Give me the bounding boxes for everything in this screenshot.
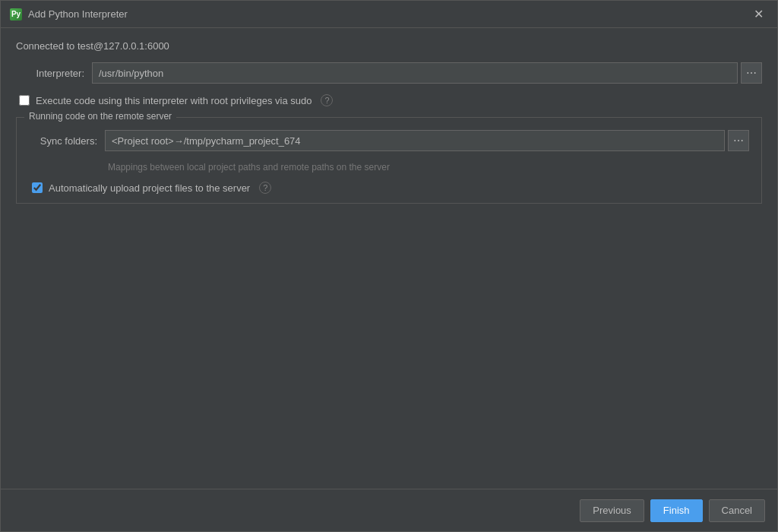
sudo-label: Execute code using this interpreter with… [36, 95, 312, 106]
sync-folders-label: Sync folders: [29, 135, 97, 147]
dialog-icon: Py [10, 8, 22, 21]
auto-upload-help-icon[interactable]: ? [259, 182, 271, 194]
auto-upload-checkbox[interactable] [32, 182, 43, 193]
close-button[interactable]: ✕ [749, 7, 768, 22]
section-content: Sync folders: ⋯ Mappings between local p… [29, 130, 749, 194]
auto-upload-label: Automatically upload project files to th… [49, 182, 250, 194]
sync-folders-input-container: ⋯ [105, 130, 749, 151]
dialog-title: Add Python Interpreter [28, 8, 128, 20]
folder-icon: ⋯ [746, 67, 757, 79]
dialog-footer: Previous Finish Cancel [1, 489, 777, 531]
title-bar: Py Add Python Interpreter ✕ [1, 1, 777, 28]
interpreter-input-container: ⋯ [92, 62, 762, 84]
mappings-hint: Mappings between local project paths and… [29, 162, 749, 173]
sync-folders-row: Sync folders: ⋯ [29, 130, 749, 151]
sync-folders-input[interactable] [105, 130, 725, 151]
dialog-content: Connected to test@127.0.0.1:6000 Interpr… [1, 28, 777, 489]
interpreter-label: Interpreter: [16, 68, 84, 79]
sudo-checkbox-row: Execute code using this interpreter with… [16, 94, 762, 106]
auto-upload-checkbox-row: Automatically upload project files to th… [29, 182, 749, 194]
add-python-interpreter-dialog: Py Add Python Interpreter ✕ Connected to… [0, 0, 778, 532]
sync-folder-icon: ⋯ [733, 135, 744, 147]
interpreter-field-row: Interpreter: ⋯ [16, 62, 762, 84]
previous-button[interactable]: Previous [580, 499, 644, 522]
remote-section-title: Running code on the remote server [24, 111, 176, 122]
sync-folders-browse-button[interactable]: ⋯ [728, 130, 749, 151]
interpreter-input[interactable] [92, 62, 738, 84]
interpreter-browse-button[interactable]: ⋯ [741, 62, 762, 84]
remote-section: Running code on the remote server Sync f… [16, 117, 762, 204]
connection-info: Connected to test@127.0.0.1:6000 [16, 40, 762, 52]
sudo-checkbox[interactable] [19, 95, 30, 106]
sudo-help-icon[interactable]: ? [321, 94, 333, 106]
cancel-button[interactable]: Cancel [709, 499, 765, 522]
finish-button[interactable]: Finish [650, 499, 703, 522]
title-bar-left: Py Add Python Interpreter [10, 8, 128, 21]
